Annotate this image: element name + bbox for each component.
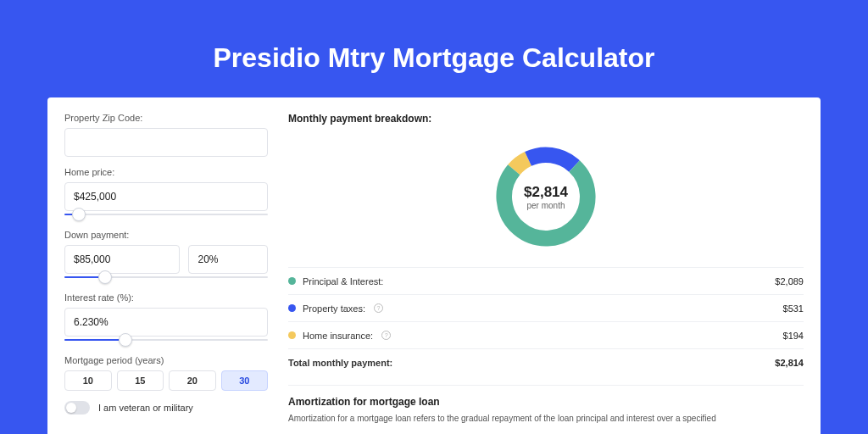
term-15-button[interactable]: 15 [117,370,164,391]
interest-rate-label: Interest rate (%): [64,292,268,303]
interest-rate-input[interactable] [64,308,268,337]
amortization-text: Amortization for a mortgage loan refers … [288,413,804,425]
home-price-label: Home price: [64,167,268,177]
row-home-insurance: Home insurance: ? $194 [288,322,804,349]
home-price-slider[interactable] [64,209,268,220]
interest-rate-slider-thumb[interactable] [119,333,132,347]
interest-rate-slider[interactable] [64,335,268,345]
form-column: Property Zip Code: Home price: Down paym… [64,113,268,434]
term-10-button[interactable]: 10 [64,370,112,391]
value-home-insurance: $194 [783,331,804,341]
label-total: Total monthly payment: [288,358,392,368]
interest-rate-slider-fill [64,339,125,341]
legend-dot-ins [288,331,296,339]
breakdown-title: Monthly payment breakdown: [288,113,804,125]
label-home-insurance: Home insurance: [303,331,373,341]
home-price-input[interactable] [64,182,268,211]
breakdown-rows: Principal & Interest: $2,089 Property ta… [288,267,804,376]
mortgage-period-label: Mortgage period (years) [64,355,268,365]
donut-center-amount: $2,814 [524,184,568,201]
zip-input[interactable] [64,128,268,157]
value-principal-interest: $2,089 [775,276,804,287]
down-payment-percent-input[interactable] [188,245,268,274]
label-principal-interest: Principal & Interest: [303,276,383,287]
mortgage-term-group: 10 15 20 30 [64,370,268,391]
info-icon[interactable]: ? [381,331,391,340]
label-property-taxes: Property taxes: [303,303,365,314]
zip-label: Property Zip Code: [64,113,268,123]
legend-dot-tax [288,304,296,312]
calculator-card: Property Zip Code: Home price: Down paym… [47,97,821,434]
breakdown-column: Monthly payment breakdown: $2,814 per mo… [288,113,804,434]
value-property-taxes: $531 [783,303,804,314]
down-payment-slider[interactable] [64,272,268,282]
veteran-toggle[interactable] [64,401,90,415]
info-icon[interactable]: ? [374,303,383,313]
page-title: Presidio Mtry Mortgage Calculator [47,42,821,74]
down-payment-amount-input[interactable] [64,245,180,274]
amortization-section: Amortization for mortgage loan Amortizat… [288,385,804,425]
payment-donut-chart: $2,814 per month [491,142,601,252]
row-principal-interest: Principal & Interest: $2,089 [288,268,804,295]
row-total: Total monthly payment: $2,814 [288,349,804,376]
row-property-taxes: Property taxes: ? $531 [288,295,804,322]
legend-dot-pi [288,277,296,285]
home-price-slider-thumb[interactable] [72,208,86,221]
amortization-title: Amortization for mortgage loan [288,396,804,408]
term-30-button[interactable]: 30 [221,370,269,391]
down-payment-label: Down payment: [64,230,268,240]
value-total: $2,814 [775,358,804,368]
veteran-label: I am veteran or military [98,403,193,413]
term-20-button[interactable]: 20 [169,370,216,391]
down-payment-slider-thumb[interactable] [98,270,112,284]
donut-center-sub: per month [526,201,565,210]
